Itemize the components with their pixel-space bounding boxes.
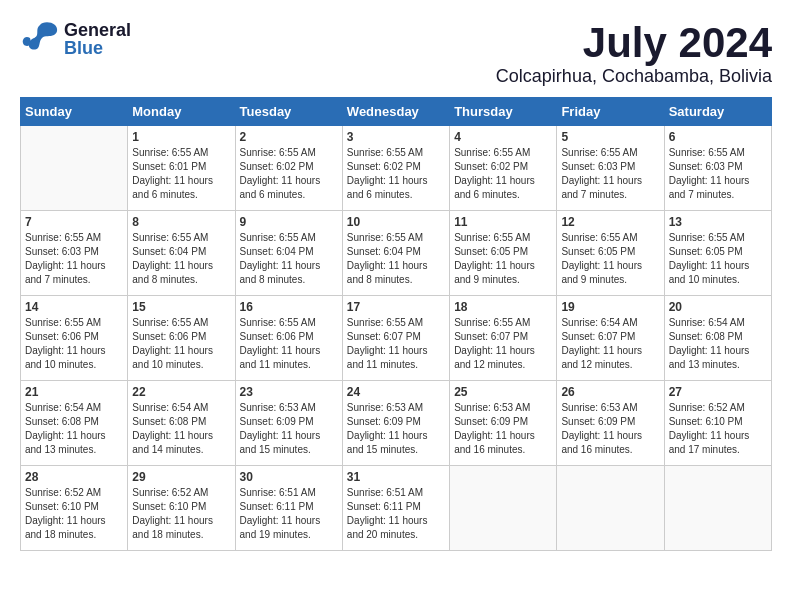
- day-info: Sunrise: 6:55 AM Sunset: 6:05 PM Dayligh…: [561, 231, 659, 287]
- calendar-table: SundayMondayTuesdayWednesdayThursdayFrid…: [20, 97, 772, 551]
- calendar-day-cell: 23Sunrise: 6:53 AM Sunset: 6:09 PM Dayli…: [235, 381, 342, 466]
- calendar-week-row: 14Sunrise: 6:55 AM Sunset: 6:06 PM Dayli…: [21, 296, 772, 381]
- day-info: Sunrise: 6:54 AM Sunset: 6:08 PM Dayligh…: [25, 401, 123, 457]
- calendar-day-cell: 11Sunrise: 6:55 AM Sunset: 6:05 PM Dayli…: [450, 211, 557, 296]
- day-number: 5: [561, 130, 659, 144]
- day-info: Sunrise: 6:53 AM Sunset: 6:09 PM Dayligh…: [454, 401, 552, 457]
- calendar-day-cell: 21Sunrise: 6:54 AM Sunset: 6:08 PM Dayli…: [21, 381, 128, 466]
- day-number: 9: [240, 215, 338, 229]
- calendar-day-cell: [21, 126, 128, 211]
- day-info: Sunrise: 6:55 AM Sunset: 6:07 PM Dayligh…: [347, 316, 445, 372]
- day-number: 19: [561, 300, 659, 314]
- day-info: Sunrise: 6:51 AM Sunset: 6:11 PM Dayligh…: [347, 486, 445, 542]
- calendar-day-cell: 15Sunrise: 6:55 AM Sunset: 6:06 PM Dayli…: [128, 296, 235, 381]
- day-number: 29: [132, 470, 230, 484]
- day-number: 3: [347, 130, 445, 144]
- calendar-day-cell: 31Sunrise: 6:51 AM Sunset: 6:11 PM Dayli…: [342, 466, 449, 551]
- month-title: July 2024: [496, 20, 772, 66]
- day-info: Sunrise: 6:53 AM Sunset: 6:09 PM Dayligh…: [347, 401, 445, 457]
- day-info: Sunrise: 6:55 AM Sunset: 6:04 PM Dayligh…: [347, 231, 445, 287]
- day-number: 21: [25, 385, 123, 399]
- calendar-day-cell: 7Sunrise: 6:55 AM Sunset: 6:03 PM Daylig…: [21, 211, 128, 296]
- calendar-week-row: 1Sunrise: 6:55 AM Sunset: 6:01 PM Daylig…: [21, 126, 772, 211]
- day-number: 24: [347, 385, 445, 399]
- calendar-day-cell: 20Sunrise: 6:54 AM Sunset: 6:08 PM Dayli…: [664, 296, 771, 381]
- day-number: 10: [347, 215, 445, 229]
- day-info: Sunrise: 6:53 AM Sunset: 6:09 PM Dayligh…: [561, 401, 659, 457]
- day-info: Sunrise: 6:55 AM Sunset: 6:05 PM Dayligh…: [669, 231, 767, 287]
- calendar-day-cell: 27Sunrise: 6:52 AM Sunset: 6:10 PM Dayli…: [664, 381, 771, 466]
- location-title: Colcapirhua, Cochabamba, Bolivia: [496, 66, 772, 87]
- day-number: 16: [240, 300, 338, 314]
- day-number: 25: [454, 385, 552, 399]
- logo-general: General: [64, 21, 131, 39]
- calendar-day-cell: 12Sunrise: 6:55 AM Sunset: 6:05 PM Dayli…: [557, 211, 664, 296]
- logo-blue: Blue: [64, 39, 131, 57]
- calendar-day-cell: 5Sunrise: 6:55 AM Sunset: 6:03 PM Daylig…: [557, 126, 664, 211]
- calendar-day-cell: 17Sunrise: 6:55 AM Sunset: 6:07 PM Dayli…: [342, 296, 449, 381]
- weekday-header: Monday: [128, 98, 235, 126]
- calendar-week-row: 21Sunrise: 6:54 AM Sunset: 6:08 PM Dayli…: [21, 381, 772, 466]
- day-info: Sunrise: 6:55 AM Sunset: 6:04 PM Dayligh…: [132, 231, 230, 287]
- day-number: 11: [454, 215, 552, 229]
- day-number: 8: [132, 215, 230, 229]
- day-number: 13: [669, 215, 767, 229]
- calendar-day-cell: [557, 466, 664, 551]
- day-info: Sunrise: 6:55 AM Sunset: 6:06 PM Dayligh…: [240, 316, 338, 372]
- day-info: Sunrise: 6:55 AM Sunset: 6:02 PM Dayligh…: [347, 146, 445, 202]
- day-info: Sunrise: 6:54 AM Sunset: 6:08 PM Dayligh…: [669, 316, 767, 372]
- day-info: Sunrise: 6:55 AM Sunset: 6:01 PM Dayligh…: [132, 146, 230, 202]
- calendar-day-cell: 18Sunrise: 6:55 AM Sunset: 6:07 PM Dayli…: [450, 296, 557, 381]
- day-number: 22: [132, 385, 230, 399]
- calendar-day-cell: 3Sunrise: 6:55 AM Sunset: 6:02 PM Daylig…: [342, 126, 449, 211]
- day-number: 30: [240, 470, 338, 484]
- weekday-header: Tuesday: [235, 98, 342, 126]
- day-info: Sunrise: 6:55 AM Sunset: 6:06 PM Dayligh…: [132, 316, 230, 372]
- day-number: 17: [347, 300, 445, 314]
- calendar-day-cell: 22Sunrise: 6:54 AM Sunset: 6:08 PM Dayli…: [128, 381, 235, 466]
- calendar-day-cell: 28Sunrise: 6:52 AM Sunset: 6:10 PM Dayli…: [21, 466, 128, 551]
- day-number: 15: [132, 300, 230, 314]
- day-number: 26: [561, 385, 659, 399]
- day-number: 18: [454, 300, 552, 314]
- day-info: Sunrise: 6:52 AM Sunset: 6:10 PM Dayligh…: [132, 486, 230, 542]
- day-number: 23: [240, 385, 338, 399]
- day-number: 4: [454, 130, 552, 144]
- day-info: Sunrise: 6:55 AM Sunset: 6:05 PM Dayligh…: [454, 231, 552, 287]
- weekday-header: Friday: [557, 98, 664, 126]
- logo-icon: [20, 20, 60, 58]
- weekday-header: Wednesday: [342, 98, 449, 126]
- calendar-day-cell: [664, 466, 771, 551]
- weekday-header-row: SundayMondayTuesdayWednesdayThursdayFrid…: [21, 98, 772, 126]
- day-number: 14: [25, 300, 123, 314]
- day-number: 20: [669, 300, 767, 314]
- day-info: Sunrise: 6:52 AM Sunset: 6:10 PM Dayligh…: [25, 486, 123, 542]
- day-info: Sunrise: 6:51 AM Sunset: 6:11 PM Dayligh…: [240, 486, 338, 542]
- day-info: Sunrise: 6:55 AM Sunset: 6:02 PM Dayligh…: [240, 146, 338, 202]
- day-info: Sunrise: 6:54 AM Sunset: 6:08 PM Dayligh…: [132, 401, 230, 457]
- calendar-day-cell: 26Sunrise: 6:53 AM Sunset: 6:09 PM Dayli…: [557, 381, 664, 466]
- weekday-header: Thursday: [450, 98, 557, 126]
- calendar-day-cell: 8Sunrise: 6:55 AM Sunset: 6:04 PM Daylig…: [128, 211, 235, 296]
- calendar-day-cell: 9Sunrise: 6:55 AM Sunset: 6:04 PM Daylig…: [235, 211, 342, 296]
- day-number: 28: [25, 470, 123, 484]
- day-info: Sunrise: 6:55 AM Sunset: 6:03 PM Dayligh…: [561, 146, 659, 202]
- calendar-day-cell: 16Sunrise: 6:55 AM Sunset: 6:06 PM Dayli…: [235, 296, 342, 381]
- logo: General Blue: [20, 20, 131, 58]
- day-info: Sunrise: 6:55 AM Sunset: 6:06 PM Dayligh…: [25, 316, 123, 372]
- day-info: Sunrise: 6:54 AM Sunset: 6:07 PM Dayligh…: [561, 316, 659, 372]
- weekday-header: Saturday: [664, 98, 771, 126]
- day-info: Sunrise: 6:55 AM Sunset: 6:03 PM Dayligh…: [25, 231, 123, 287]
- calendar-day-cell: 1Sunrise: 6:55 AM Sunset: 6:01 PM Daylig…: [128, 126, 235, 211]
- day-number: 27: [669, 385, 767, 399]
- day-info: Sunrise: 6:55 AM Sunset: 6:03 PM Dayligh…: [669, 146, 767, 202]
- calendar-day-cell: 30Sunrise: 6:51 AM Sunset: 6:11 PM Dayli…: [235, 466, 342, 551]
- calendar-week-row: 7Sunrise: 6:55 AM Sunset: 6:03 PM Daylig…: [21, 211, 772, 296]
- calendar-day-cell: 29Sunrise: 6:52 AM Sunset: 6:10 PM Dayli…: [128, 466, 235, 551]
- day-info: Sunrise: 6:55 AM Sunset: 6:04 PM Dayligh…: [240, 231, 338, 287]
- day-info: Sunrise: 6:53 AM Sunset: 6:09 PM Dayligh…: [240, 401, 338, 457]
- day-number: 6: [669, 130, 767, 144]
- day-info: Sunrise: 6:55 AM Sunset: 6:02 PM Dayligh…: [454, 146, 552, 202]
- day-info: Sunrise: 6:55 AM Sunset: 6:07 PM Dayligh…: [454, 316, 552, 372]
- calendar-day-cell: 14Sunrise: 6:55 AM Sunset: 6:06 PM Dayli…: [21, 296, 128, 381]
